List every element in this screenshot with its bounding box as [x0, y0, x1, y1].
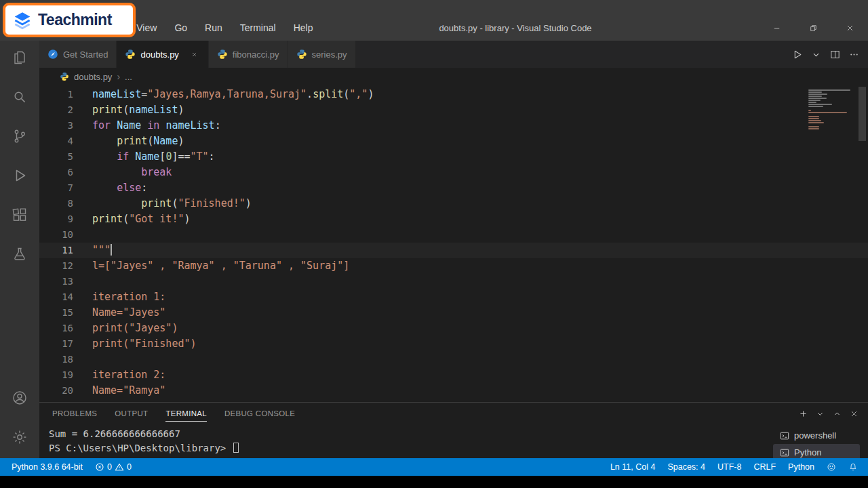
menu-run[interactable]: Run [196, 18, 231, 38]
line-number[interactable]: 3 [39, 118, 92, 134]
indentation[interactable]: Spaces: 4 [661, 458, 711, 476]
code-line-19[interactable]: 19iteration 2: [39, 367, 868, 383]
code-line-15[interactable]: 15Name="Jayes" [39, 305, 868, 321]
tab-fibonacci-py[interactable]: fibonacci.py [209, 41, 288, 68]
line-number[interactable]: 9 [39, 211, 92, 227]
line-number[interactable]: 5 [39, 149, 92, 165]
settings-gear-icon [12, 429, 28, 445]
line-number[interactable]: 7 [39, 180, 92, 196]
line-number[interactable]: 14 [39, 289, 92, 305]
panel-tab-terminal[interactable]: TERMINAL [157, 403, 216, 424]
eol[interactable]: CRLF [747, 458, 782, 476]
line-number[interactable]: 4 [39, 134, 92, 149]
activity-testing-icon[interactable] [10, 245, 29, 264]
code-line-12[interactable]: 12l=["Jayes" , "Ramya" , "Taruna" , "Sur… [39, 258, 868, 274]
more-actions-button[interactable] [845, 45, 863, 63]
panel-tab-output[interactable]: OUTPUT [106, 403, 157, 424]
python-interpreter[interactable]: Python 3.9.6 64-bit [5, 458, 89, 476]
line-number[interactable]: 15 [39, 305, 92, 321]
chevron-down-button[interactable] [807, 45, 825, 63]
minimap-line [808, 106, 823, 107]
code-line-20[interactable]: 20Name="Ramya" [39, 383, 868, 399]
menu-terminal[interactable]: Terminal [231, 18, 285, 38]
indentation-label: Spaces: 4 [667, 462, 705, 472]
split-editor-button[interactable] [826, 45, 844, 63]
terminal-icon [780, 448, 789, 458]
minimize-button[interactable] [758, 18, 795, 38]
code-line-4[interactable]: 4 print(Name) [39, 134, 868, 149]
code-line-6[interactable]: 6 break [39, 165, 868, 180]
line-number[interactable]: 12 [39, 258, 92, 274]
activity-source-control-icon[interactable] [10, 127, 29, 146]
code-line-18[interactable]: 18 [39, 352, 868, 367]
problems-status[interactable]: 00 [89, 458, 138, 476]
line-number[interactable]: 19 [39, 367, 92, 383]
panel-tab-debug-console[interactable]: DEBUG CONSOLE [216, 403, 304, 424]
tab-get-started[interactable]: Get Started [39, 41, 117, 68]
breadcrumb-more[interactable]: ... [125, 72, 132, 82]
code-line-1[interactable]: 1nameList="Jayes,Ramya,Taruna,Suraj".spl… [39, 87, 868, 102]
code-editor[interactable]: 1nameList="Jayes,Ramya,Taruna,Suraj".spl… [39, 85, 868, 402]
editor-cursor [111, 244, 112, 256]
code-line-13[interactable]: 13 [39, 274, 868, 289]
new-terminal-button[interactable] [795, 405, 812, 422]
scrollbar-thumb[interactable] [859, 87, 866, 141]
activity-search-icon[interactable] [10, 87, 29, 106]
activity-account-icon[interactable] [10, 388, 29, 407]
code-line-11[interactable]: 11""" [39, 243, 868, 258]
tab-doubts-py[interactable]: doubts.py [117, 41, 208, 68]
line-number[interactable]: 20 [39, 383, 92, 399]
code-line-9[interactable]: 9print("Got it!") [39, 211, 868, 227]
tab-series-py[interactable]: series.py [288, 41, 356, 68]
menu-go[interactable]: Go [165, 18, 196, 38]
line-number[interactable]: 2 [39, 102, 92, 118]
editor-area: Get Starteddoubts.pyfibonacci.pyseries.p… [39, 41, 868, 458]
notifications[interactable] [842, 458, 864, 476]
line-number[interactable]: 10 [39, 227, 92, 243]
terminal-output[interactable]: Sum = 6.266666666666667PS C:\Users\HP\De… [39, 427, 773, 458]
line-number[interactable]: 18 [39, 352, 92, 367]
terminal-list-item-powershell[interactable]: powershell [773, 427, 860, 444]
line-number[interactable]: 1 [39, 87, 92, 102]
run-debug-icon [12, 167, 28, 184]
panel-tab-problems[interactable]: PROBLEMS [43, 403, 106, 424]
breadcrumb-file[interactable]: doubts.py [74, 72, 112, 82]
activity-extensions-icon[interactable] [10, 205, 29, 224]
line-number[interactable]: 8 [39, 196, 92, 211]
language-mode[interactable]: Python [782, 458, 821, 476]
line-number[interactable]: 6 [39, 165, 92, 180]
code-line-2[interactable]: 2print(nameList) [39, 102, 868, 118]
code-line-7[interactable]: 7 else: [39, 180, 868, 196]
line-number[interactable]: 11 [39, 243, 92, 258]
maximize-panel-button[interactable] [829, 405, 846, 422]
code-line-14[interactable]: 14iteration 1: [39, 289, 868, 305]
minimap[interactable] [808, 89, 853, 130]
line-number[interactable]: 17 [39, 336, 92, 352]
chevron-down-icon [810, 49, 822, 60]
tab-close-icon[interactable] [189, 49, 200, 60]
terminal-picker-chevron[interactable] [812, 405, 829, 422]
code-line-3[interactable]: 3for Name in nameList: [39, 118, 868, 134]
code-line-16[interactable]: 16print("Jayes") [39, 321, 868, 336]
run-button-button[interactable] [788, 45, 806, 63]
menu-help[interactable]: Help [285, 18, 322, 38]
breadcrumb[interactable]: doubts.py › ... [39, 68, 868, 85]
close-panel-button[interactable] [846, 405, 863, 422]
code-line-5[interactable]: 5 if Name[0]=="T": [39, 149, 868, 165]
line-number[interactable]: 16 [39, 321, 92, 336]
code-line-10[interactable]: 10 [39, 227, 868, 243]
encoding[interactable]: UTF-8 [711, 458, 747, 476]
window-title: doubts.py - library - Visual Studio Code [439, 23, 591, 33]
cursor-position[interactable]: Ln 11, Col 4 [604, 458, 661, 476]
close-window-button[interactable] [831, 18, 868, 38]
editor-scrollbar[interactable] [859, 87, 866, 390]
activity-settings-gear-icon[interactable] [10, 428, 29, 447]
restore-button[interactable] [795, 18, 831, 38]
tab-bar: Get Starteddoubts.pyfibonacci.pyseries.p… [39, 41, 868, 68]
code-line-8[interactable]: 8 print("Finished!") [39, 196, 868, 211]
feedback[interactable] [821, 458, 842, 476]
code-line-17[interactable]: 17print("Finished") [39, 336, 868, 352]
activity-run-debug-icon[interactable] [10, 166, 29, 185]
activity-explorer-icon[interactable] [10, 48, 29, 67]
line-number[interactable]: 13 [39, 274, 92, 289]
